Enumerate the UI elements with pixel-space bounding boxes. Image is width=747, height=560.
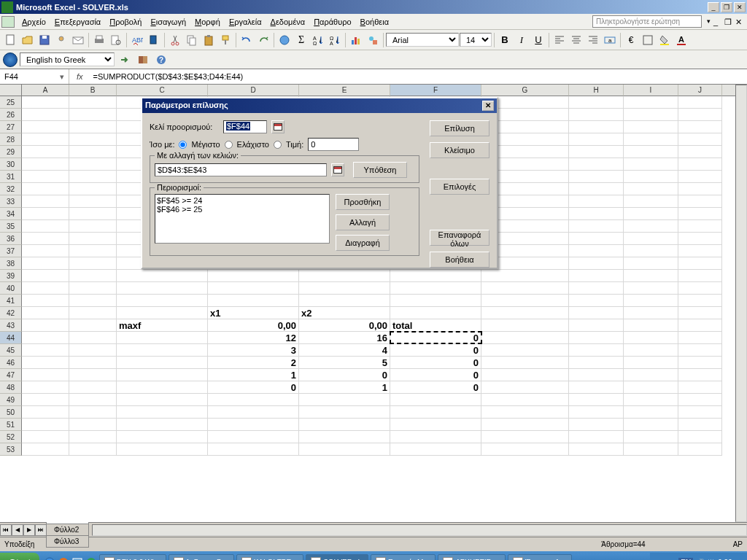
cell-J34[interactable] bbox=[678, 208, 722, 219]
cell-I36[interactable] bbox=[624, 233, 678, 244]
cell-J41[interactable] bbox=[678, 295, 722, 306]
cell-C50[interactable] bbox=[117, 406, 208, 418]
cell-D45[interactable]: 3 bbox=[208, 344, 299, 356]
cell-I46[interactable] bbox=[624, 357, 678, 368]
cell-C42[interactable] bbox=[117, 307, 208, 319]
cell-H51[interactable] bbox=[569, 419, 624, 430]
cell-D50[interactable] bbox=[208, 406, 299, 418]
cell-B26[interactable] bbox=[69, 109, 117, 120]
cell-C43[interactable]: maxf bbox=[117, 319, 208, 331]
cell-I39[interactable] bbox=[624, 270, 678, 281]
col-header-J[interactable]: J bbox=[678, 85, 722, 96]
cell-H38[interactable] bbox=[569, 257, 624, 269]
copy-button[interactable] bbox=[184, 32, 200, 48]
chart-button[interactable] bbox=[348, 32, 364, 48]
row-header-28[interactable]: 28 bbox=[0, 133, 22, 146]
desktop-icon[interactable] bbox=[71, 556, 83, 560]
menu-Παράθυρο[interactable]: Παράθυρο bbox=[309, 16, 355, 28]
col-header-F[interactable]: F bbox=[390, 85, 481, 96]
col-header-C[interactable]: C bbox=[117, 85, 208, 96]
cell-D52[interactable] bbox=[208, 431, 299, 443]
cell-H29[interactable] bbox=[569, 146, 624, 158]
restore-button[interactable]: ❐ bbox=[721, 2, 732, 12]
dialog-titlebar[interactable]: Παράμετροι επίλυσης ✕ bbox=[142, 98, 497, 113]
cell-G51[interactable] bbox=[481, 419, 569, 430]
cell-H31[interactable] bbox=[569, 171, 624, 182]
cell-H33[interactable] bbox=[569, 195, 624, 207]
task-button[interactable]: Εργασία Μ… bbox=[371, 554, 436, 560]
cell-F45[interactable]: 0 bbox=[390, 344, 481, 356]
cell-F40[interactable] bbox=[390, 282, 481, 294]
close-button[interactable]: ✕ bbox=[734, 2, 746, 12]
cell-B42[interactable] bbox=[69, 307, 117, 319]
cell-J27[interactable] bbox=[678, 121, 722, 133]
max-radio[interactable] bbox=[179, 141, 187, 149]
col-header-E[interactable]: E bbox=[299, 85, 390, 96]
cell-B30[interactable] bbox=[69, 158, 117, 170]
start-button[interactable]: Start bbox=[0, 553, 39, 560]
cell-G39[interactable] bbox=[481, 270, 569, 281]
cell-E41[interactable] bbox=[299, 295, 390, 306]
cell-B52[interactable] bbox=[69, 431, 117, 443]
menu-Βοήθεια[interactable]: Βοήθεια bbox=[356, 16, 393, 28]
task-button[interactable]: 1. Benny B… bbox=[169, 554, 234, 560]
cell-J28[interactable] bbox=[678, 133, 722, 145]
cell-G48[interactable] bbox=[481, 381, 569, 393]
cell-B45[interactable] bbox=[69, 344, 117, 356]
hyperlink-button[interactable] bbox=[276, 32, 293, 48]
cell-B31[interactable] bbox=[69, 171, 117, 182]
row-header-50[interactable]: 50 bbox=[0, 406, 22, 419]
cell-D40[interactable] bbox=[208, 282, 299, 294]
cell-H28[interactable] bbox=[569, 133, 624, 145]
changing-cells-input[interactable] bbox=[155, 163, 327, 176]
formula-input[interactable] bbox=[90, 72, 747, 81]
cell-B36[interactable] bbox=[69, 233, 117, 244]
row-header-49[interactable]: 49 bbox=[0, 394, 22, 406]
cell-B27[interactable] bbox=[69, 121, 117, 133]
cell-I25[interactable] bbox=[624, 96, 678, 108]
value-of-input[interactable] bbox=[308, 138, 359, 151]
row-header-47[interactable]: 47 bbox=[0, 369, 22, 381]
underline-button[interactable]: U bbox=[530, 32, 546, 48]
cell-B33[interactable] bbox=[69, 195, 117, 207]
select-all-corner[interactable] bbox=[0, 85, 22, 96]
cell-A33[interactable] bbox=[22, 195, 69, 207]
cell-G40[interactable] bbox=[481, 282, 569, 294]
cell-J48[interactable] bbox=[678, 381, 722, 393]
cell-I37[interactable] bbox=[624, 245, 678, 257]
cell-I44[interactable] bbox=[624, 332, 678, 343]
spelling-button[interactable]: ABΓ bbox=[129, 32, 145, 48]
align-left-button[interactable] bbox=[551, 32, 568, 48]
cell-H30[interactable] bbox=[569, 158, 624, 170]
row-header-26[interactable]: 26 bbox=[0, 109, 22, 121]
cell-H49[interactable] bbox=[569, 394, 624, 405]
cell-A29[interactable] bbox=[22, 146, 69, 158]
cell-F44[interactable]: 0 bbox=[390, 332, 481, 343]
menu-Δεδομένα[interactable]: Δεδομένα bbox=[266, 16, 310, 28]
cell-I47[interactable] bbox=[624, 369, 678, 381]
font-dropdown[interactable]: Arial bbox=[386, 33, 459, 47]
cell-G42[interactable] bbox=[481, 307, 569, 319]
merge-center-button[interactable]: a bbox=[602, 32, 618, 48]
cell-H36[interactable] bbox=[569, 233, 624, 244]
cell-H42[interactable] bbox=[569, 307, 624, 319]
cell-E43[interactable]: 0,00 bbox=[299, 319, 390, 331]
cell-G49[interactable] bbox=[481, 394, 569, 405]
cell-J43[interactable] bbox=[678, 319, 722, 331]
row-header-53[interactable]: 53 bbox=[0, 443, 22, 456]
cell-G53[interactable] bbox=[481, 443, 569, 455]
mdi-restore-button[interactable]: ❐ bbox=[724, 18, 735, 26]
cell-H47[interactable] bbox=[569, 369, 624, 381]
cell-J26[interactable] bbox=[678, 109, 722, 120]
tray-lang[interactable]: EN bbox=[678, 558, 693, 561]
row-header-46[interactable]: 46 bbox=[0, 357, 22, 369]
menu-Μορφή[interactable]: Μορφή bbox=[190, 16, 225, 28]
cell-J40[interactable] bbox=[678, 282, 722, 294]
tab-first-button[interactable]: ⏮ bbox=[0, 524, 12, 536]
cell-B43[interactable] bbox=[69, 319, 117, 331]
cell-D41[interactable] bbox=[208, 295, 299, 306]
cell-H37[interactable] bbox=[569, 245, 624, 257]
cell-J30[interactable] bbox=[678, 158, 722, 170]
cell-H25[interactable] bbox=[569, 96, 624, 108]
row-header-32[interactable]: 32 bbox=[0, 183, 22, 195]
